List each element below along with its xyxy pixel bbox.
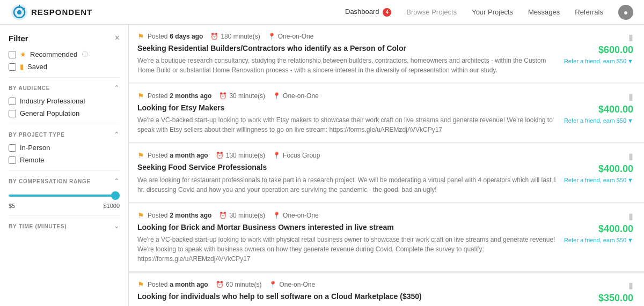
card-content: ⚑ Posted 6 days ago ⏰ 180 minute(s) 📍 On… (137, 32, 558, 75)
by-audience-section[interactable]: BY AUDIENCE ⌃ (9, 84, 120, 92)
clock-icon: ⏰ (219, 212, 227, 219)
clock-icon: ⏰ (219, 92, 227, 100)
main-nav: Dashboard 4 Browse Projects Your Project… (345, 5, 633, 20)
refer-link[interactable]: Refer a friend, earn $50 ▼ (564, 177, 633, 183)
card-title: Seeking Food Service Professionals (137, 162, 558, 172)
duration-item: ⏰ 180 minute(s) (210, 33, 260, 40)
flag-icon: ⚑ (137, 151, 144, 160)
logo-text: RESPONDENT (31, 8, 92, 17)
user-avatar[interactable]: ● (618, 5, 633, 20)
by-time-section[interactable]: BY TIME (MINUTES) ⌄ (9, 222, 120, 230)
range-max: $1000 (103, 203, 120, 209)
recommended-label: Recommended (30, 50, 77, 58)
save-button[interactable]: ▮ (628, 211, 633, 221)
card-meta: ⚑ Posted a month ago ⏰ 130 minute(s) 📍 F… (137, 151, 558, 160)
star-icon: ★ (20, 50, 26, 58)
card-description: We're a VC-backed start-up looking to wo… (137, 235, 558, 264)
clock-icon: ⏰ (216, 281, 224, 288)
filter-title: Filter (9, 34, 28, 43)
format-item: 📍 Focus Group (273, 152, 320, 159)
refer-link[interactable]: Refer a friend, earn $50 ▼ (564, 117, 633, 124)
price: $600.00 (598, 44, 633, 56)
format-item: 📍 One-on-One (269, 281, 315, 288)
general-population-checkbox[interactable] (9, 110, 16, 117)
audience-chevron: ⌃ (114, 84, 120, 92)
duration-item: ⏰ 130 minute(s) (216, 152, 265, 159)
posted-date: ⚑ Posted 2 months ago (137, 211, 211, 220)
card-meta: ⚑ Posted 2 months ago ⏰ 30 minute(s) 📍 O… (137, 211, 558, 220)
in-person-row[interactable]: In-Person (9, 144, 120, 152)
saved-checkbox[interactable] (9, 63, 16, 71)
card-description: We are looking for restaurant profession… (137, 175, 558, 195)
compensation-chevron: ⌃ (114, 177, 120, 185)
location-icon: 📍 (269, 281, 277, 288)
posted-date: ⚑ Posted 2 months ago (137, 92, 211, 100)
general-population-label: General Population (20, 109, 79, 117)
card-description: We're a boutique research consultancy, s… (137, 56, 558, 75)
in-person-checkbox[interactable] (9, 144, 16, 152)
compensation-range-slider[interactable] (9, 195, 120, 197)
refer-link[interactable]: Refer a friend, earn $50 ▼ (564, 237, 633, 243)
project-card: ⚑ Posted a month ago ⏰ 130 minute(s) 📍 F… (129, 144, 644, 202)
nav-browse[interactable]: Browse Projects (406, 8, 457, 16)
card-actions: ▮ $600.00 Refer a friend, earn $50 ▼ (564, 32, 633, 75)
logo-icon (11, 4, 28, 21)
duration-item: ⏰ 30 minute(s) (219, 92, 265, 100)
flag-icon: ⚑ (137, 32, 144, 41)
card-meta: ⚑ Posted 2 months ago ⏰ 30 minute(s) 📍 O… (137, 92, 558, 100)
saved-checkbox-row[interactable]: ▮ Saved (9, 63, 120, 71)
duration-item: ⏰ 60 minute(s) (216, 281, 262, 288)
location-icon: 📍 (273, 152, 281, 159)
dashboard-badge: 4 (383, 8, 391, 17)
general-population-row[interactable]: General Population (9, 109, 120, 117)
compensation-range: $5 $1000 (9, 190, 120, 209)
project-card: ⚑ Posted 2 months ago ⏰ 30 minute(s) 📍 O… (129, 84, 644, 143)
close-filter-button[interactable]: × (115, 33, 120, 43)
save-button[interactable]: ▮ (628, 32, 633, 42)
remote-row[interactable]: Remote (9, 156, 120, 164)
flag-icon: ⚑ (137, 280, 144, 289)
header: RESPONDENT Dashboard 4 Browse Projects Y… (0, 0, 644, 25)
card-title: Looking for Brick and Mortar Business Ow… (137, 222, 558, 232)
recommended-checkbox[interactable] (9, 51, 16, 58)
nav-referrals[interactable]: Referrals (575, 8, 603, 16)
card-actions: ▮ $400.00 Refer a friend, earn $50 ▼ (564, 92, 633, 135)
card-content: ⚑ Posted 2 months ago ⏰ 30 minute(s) 📍 O… (137, 92, 558, 135)
project-type-chevron: ⌃ (114, 131, 120, 138)
clock-icon: ⏰ (216, 152, 224, 159)
project-list: ⚑ Posted 6 days ago ⏰ 180 minute(s) 📍 On… (129, 25, 644, 306)
save-button[interactable]: ▮ (628, 92, 633, 102)
price: $400.00 (598, 104, 633, 115)
posted-date: ⚑ Posted 6 days ago (137, 32, 203, 41)
card-actions: ▮ $400.00 Refer a friend, earn $50 ▼ (564, 211, 633, 264)
nav-your-projects[interactable]: Your Projects (472, 8, 513, 16)
remote-label: Remote (20, 156, 45, 164)
remote-checkbox[interactable] (9, 156, 16, 164)
location-icon: 📍 (273, 212, 281, 219)
format-item: 📍 One-on-One (268, 33, 314, 40)
duration-item: ⏰ 30 minute(s) (219, 212, 265, 219)
svg-point-2 (17, 10, 21, 14)
nav-messages[interactable]: Messages (528, 8, 560, 16)
save-button[interactable]: ▮ (628, 151, 633, 161)
dropdown-icon: ▼ (627, 58, 633, 64)
flag-icon: ⚑ (137, 92, 144, 100)
format-item: 📍 One-on-One (273, 92, 319, 100)
recommended-checkbox-row[interactable]: ★ Recommended ⓘ (9, 50, 120, 58)
location-icon: 📍 (268, 33, 276, 40)
industry-professional-checkbox[interactable] (9, 98, 16, 105)
by-project-type-section[interactable]: BY PROJECT TYPE ⌃ (9, 131, 120, 138)
project-card: ⚑ Posted 2 months ago ⏰ 30 minute(s) 📍 O… (129, 204, 644, 272)
save-button[interactable]: ▮ (628, 280, 633, 290)
by-compensation-section[interactable]: BY COMPENSATION RANGE ⌃ (9, 177, 120, 185)
format-item: 📍 One-on-One (273, 212, 319, 219)
refer-link[interactable]: Refer a friend, earn $50 ▼ (564, 58, 633, 64)
flag-icon: ⚑ (137, 211, 144, 220)
nav-dashboard[interactable]: Dashboard 4 (345, 8, 391, 17)
card-actions: ▮ $350.00 Refer a friend, earn $50 ▼ (564, 280, 633, 306)
card-description: We're a VC-backed start-up looking to wo… (137, 115, 558, 135)
dropdown-icon: ▼ (627, 237, 633, 243)
industry-professional-row[interactable]: Industry Professional (9, 97, 120, 105)
sidebar: Filter × ★ Recommended ⓘ ▮ Saved BY AUDI… (0, 25, 129, 306)
location-icon: 📍 (273, 92, 281, 100)
